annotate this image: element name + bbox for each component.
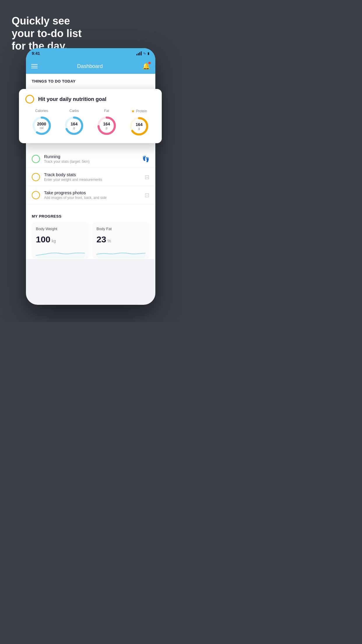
todo-subtitle: Add images of your front, back, and side: [44, 196, 140, 200]
todo-circle-body-stats: [32, 173, 40, 181]
section-title: THINGS TO DO TODAY: [26, 74, 155, 86]
protein-item: ★ Protein 164 g: [129, 109, 150, 137]
fat-item: Fat 164 g: [96, 109, 117, 136]
body-weight-label: Body Weight: [36, 227, 85, 231]
todo-list: Running Track your stats (target: 5km) 👣…: [26, 150, 155, 204]
body-fat-value: 23: [96, 235, 106, 244]
todo-subtitle: Enter your weight and measurements: [44, 178, 140, 182]
fat-unit: g: [103, 126, 110, 130]
notification-badge: [148, 62, 151, 64]
photo-icon: ⊡: [145, 192, 150, 199]
running-icon: 👣: [142, 155, 150, 162]
calories-unit: cal: [37, 126, 46, 130]
nutrition-card: Hit your daily nutrition goal Calories 2…: [19, 89, 162, 143]
fat-label: Fat: [104, 109, 109, 113]
body-weight-unit: kg: [52, 239, 56, 243]
list-item[interactable]: Take progress photos Add images of your …: [26, 186, 155, 204]
calories-label: Calories: [35, 109, 48, 113]
body-fat-unit: %: [107, 239, 111, 243]
phone-frame: 9:41 ∿ ▮ Dashboard 🔔 THINGS TO DO TODAY: [26, 48, 155, 305]
carbs-value: 164: [71, 122, 78, 126]
fat-value: 164: [103, 122, 110, 126]
progress-section-title: MY PROGRESS: [32, 210, 150, 222]
battery-icon: ▮: [147, 51, 150, 55]
protein-value: 164: [136, 123, 143, 127]
calories-item: Calories 2000 cal: [31, 109, 52, 136]
body-weight-chart: [36, 247, 85, 258]
status-bar: 9:41 ∿ ▮: [26, 48, 155, 59]
star-icon: ★: [131, 109, 135, 113]
carbs-donut: 164 g: [64, 115, 85, 136]
todo-circle-photos: [32, 191, 40, 199]
carbs-label: Carbs: [69, 109, 79, 113]
todo-subtitle: Track your stats (target: 5km): [44, 160, 138, 164]
menu-button[interactable]: [31, 64, 38, 68]
todo-title: Track body stats: [44, 172, 140, 177]
nutrition-grid: Calories 2000 cal Carbs: [25, 109, 155, 137]
carbs-unit: g: [71, 126, 78, 130]
nutrition-card-title: Hit your daily nutrition goal: [38, 96, 106, 102]
list-item[interactable]: Running Track your stats (target: 5km) 👣: [26, 150, 155, 168]
body-weight-card[interactable]: Body Weight 100 kg: [32, 222, 89, 259]
calories-donut: 2000 cal: [31, 115, 52, 136]
signal-icon: [136, 51, 142, 55]
status-time: 9:41: [32, 51, 40, 56]
progress-section: MY PROGRESS Body Weight 100 kg Bod: [26, 210, 155, 259]
scale-icon: ⊟: [145, 174, 150, 181]
progress-cards: Body Weight 100 kg Body Fat 23 %: [32, 222, 150, 259]
todo-title: Take progress photos: [44, 190, 140, 195]
protein-donut: 164 g: [129, 116, 150, 137]
body-fat-label: Body Fat: [96, 227, 145, 231]
body-fat-card[interactable]: Body Fat 23 %: [92, 222, 150, 259]
status-icons: ∿ ▮: [136, 51, 150, 55]
protein-label: ★ Protein: [131, 109, 147, 113]
wifi-icon: ∿: [143, 51, 146, 55]
todo-title: Running: [44, 154, 138, 159]
nutrition-check-circle: [25, 95, 34, 104]
todo-circle-running: [32, 155, 40, 163]
nav-bar: Dashboard 🔔: [26, 59, 155, 74]
body-weight-value: 100: [36, 235, 50, 244]
list-item[interactable]: Track body stats Enter your weight and m…: [26, 168, 155, 186]
body-fat-chart: [96, 247, 145, 258]
app-headline: Quickly see your to-do list for the day.: [12, 15, 82, 52]
notification-button[interactable]: 🔔: [142, 62, 150, 70]
nav-title: Dashboard: [77, 63, 103, 69]
calories-value: 2000: [37, 122, 46, 126]
fat-donut: 164 g: [96, 115, 117, 136]
protein-unit: g: [136, 127, 143, 130]
carbs-item: Carbs 164 g: [64, 109, 85, 136]
